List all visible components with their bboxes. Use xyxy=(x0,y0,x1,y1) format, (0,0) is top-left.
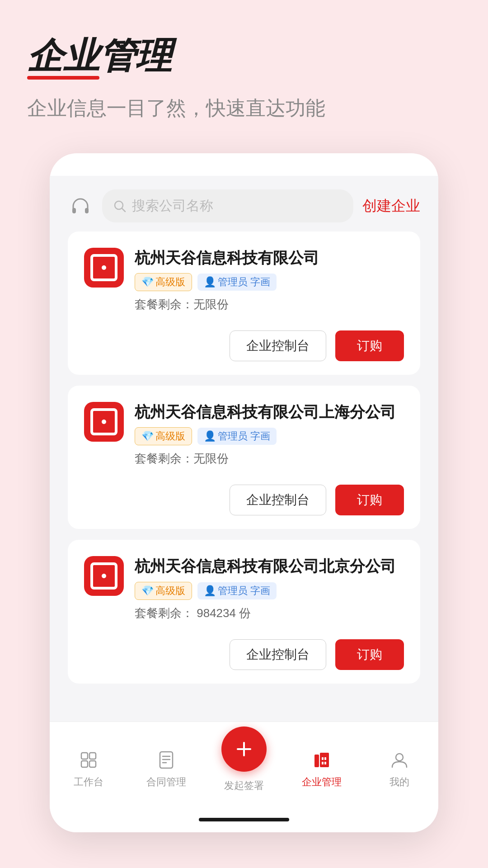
nav-mine[interactable]: 我的 xyxy=(361,748,438,789)
order-button-3[interactable]: 订购 xyxy=(335,639,404,670)
phone-mockup: 搜索公司名称 创建企业 杭州天谷信息科技有限公司 💎 高 xyxy=(50,153,438,832)
person-icon-1: 👤 xyxy=(204,276,216,288)
package-info-1: 套餐剩余：无限份 xyxy=(135,297,404,312)
home-indicator xyxy=(50,811,438,832)
page-subtitle: 企业信息一目了然，快速直达功能 xyxy=(27,95,461,122)
headset-icon[interactable] xyxy=(68,193,93,219)
control-panel-button-1[interactable]: 企业控制台 xyxy=(230,330,326,361)
nav-workbench-label: 工作台 xyxy=(74,775,103,789)
company-logo-3 xyxy=(84,556,124,596)
sign-fab[interactable] xyxy=(221,726,267,772)
svg-rect-5 xyxy=(81,761,88,767)
admin-badge-1: 👤 管理员 字画 xyxy=(197,274,277,291)
svg-rect-6 xyxy=(89,753,96,759)
company-card-2: 杭州天谷信息科技有限公司上海分公司 💎 高级版 👤 管理员 字画 套餐剩 xyxy=(68,386,420,529)
company-logo-2 xyxy=(84,402,124,442)
search-placeholder: 搜索公司名称 xyxy=(132,197,213,215)
workbench-icon xyxy=(77,748,100,772)
diamond-icon-2: 💎 xyxy=(141,430,154,442)
order-button-1[interactable]: 订购 xyxy=(335,330,404,361)
enterprise-icon xyxy=(310,748,333,772)
company-card-1: 杭州天谷信息科技有限公司 💎 高级版 👤 管理员 字画 套餐剩余：无限份 xyxy=(68,231,420,375)
person-icon-2: 👤 xyxy=(204,430,216,442)
svg-rect-17 xyxy=(324,757,326,760)
svg-rect-1 xyxy=(85,208,89,213)
create-enterprise-button[interactable]: 创建企业 xyxy=(362,196,420,216)
diamond-icon-3: 💎 xyxy=(141,585,154,597)
company-list: 杭州天谷信息科技有限公司 💎 高级版 👤 管理员 字画 套餐剩余：无限份 xyxy=(68,231,420,684)
company-name-1: 杭州天谷信息科技有限公司 xyxy=(135,248,404,268)
control-panel-button-2[interactable]: 企业控制台 xyxy=(230,485,326,515)
package-info-2: 套餐剩余：无限份 xyxy=(135,451,404,467)
svg-rect-14 xyxy=(314,755,319,767)
svg-rect-15 xyxy=(320,753,329,767)
diamond-icon-1: 💎 xyxy=(141,276,154,288)
page-header: 企业管理 企业信息一目了然，快速直达功能 xyxy=(27,36,461,122)
nav-mine-label: 我的 xyxy=(389,775,409,789)
search-bar: 搜索公司名称 创建企业 xyxy=(68,176,420,231)
company-card-3: 杭州天谷信息科技有限公司北京分公司 💎 高级版 👤 管理员 字画 套餐剩 xyxy=(68,540,420,683)
nav-sign-label: 发起签署 xyxy=(224,779,264,793)
svg-point-20 xyxy=(396,754,403,761)
svg-rect-4 xyxy=(81,753,88,759)
mine-icon xyxy=(388,748,411,772)
nav-sign[interactable]: 发起签署 xyxy=(205,726,283,793)
company-name-2: 杭州天谷信息科技有限公司上海分公司 xyxy=(135,402,404,422)
indicator-bar xyxy=(199,818,289,821)
vip-badge-2: 💎 高级版 xyxy=(135,427,192,445)
search-input-wrap[interactable]: 搜索公司名称 xyxy=(102,189,353,222)
svg-line-3 xyxy=(122,208,125,212)
svg-rect-16 xyxy=(322,757,324,760)
package-info-3: 套餐剩余： 984234 份 xyxy=(135,605,404,621)
admin-badge-2: 👤 管理员 字画 xyxy=(197,428,277,445)
app-content: 搜索公司名称 创建企业 杭州天谷信息科技有限公司 💎 高 xyxy=(50,176,438,722)
svg-rect-7 xyxy=(89,761,96,767)
nav-contracts-label: 合同管理 xyxy=(146,775,186,789)
order-button-2[interactable]: 订购 xyxy=(335,485,404,515)
nav-enterprise[interactable]: 企业管理 xyxy=(283,748,361,789)
svg-rect-18 xyxy=(322,762,324,764)
person-icon-3: 👤 xyxy=(204,585,216,597)
bottom-navigation: 工作台 合同管理 发起签署 xyxy=(50,722,438,811)
nav-workbench[interactable]: 工作台 xyxy=(50,748,127,789)
vip-badge-3: 💎 高级版 xyxy=(135,582,192,600)
nav-contracts[interactable]: 合同管理 xyxy=(127,748,205,789)
nav-enterprise-label: 企业管理 xyxy=(302,775,342,789)
svg-rect-0 xyxy=(72,208,76,213)
admin-badge-3: 👤 管理员 字画 xyxy=(197,582,277,599)
vip-badge-1: 💎 高级版 xyxy=(135,273,192,291)
company-name-3: 杭州天谷信息科技有限公司北京分公司 xyxy=(135,556,404,576)
contracts-icon xyxy=(155,748,178,772)
svg-rect-19 xyxy=(324,762,326,764)
search-icon xyxy=(113,199,127,213)
page-title: 企业管理 xyxy=(27,36,172,76)
company-logo-1 xyxy=(84,248,124,288)
control-panel-button-3[interactable]: 企业控制台 xyxy=(230,639,326,670)
